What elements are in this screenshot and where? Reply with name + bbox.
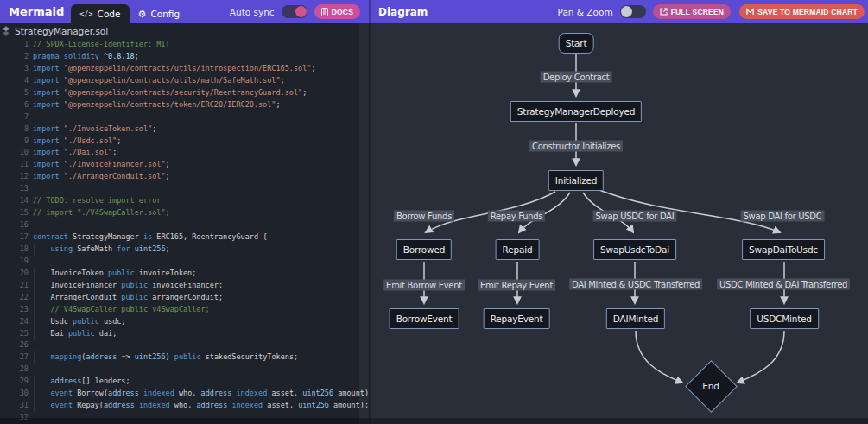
line-content: import "@openzeppelin/contracts/utils/ma… — [33, 75, 285, 87]
code-line[interactable]: 7 — [0, 111, 369, 123]
toggle-knob — [295, 6, 307, 17]
code-line[interactable]: 28 — [0, 364, 369, 376]
tab-config-label: Config — [150, 9, 180, 19]
code-line[interactable]: 1// SPDX-License-Identifier: MIT — [0, 39, 369, 51]
code-line[interactable]: 18 using SafeMath for uint256; — [0, 244, 369, 256]
line-content: import "./InvoiceFinancer.sol"; — [33, 159, 170, 171]
tab-code[interactable]: </> Code — [71, 4, 129, 23]
code-editor-panel[interactable]: StrategyManager.sol 1// SPDX-License-Ide… — [0, 23, 369, 424]
mermaid-chart-icon — [746, 8, 754, 16]
line-content: InvoiceToken public invoiceToken; — [33, 268, 196, 280]
code-line[interactable]: 19 — [0, 256, 369, 268]
line-content: ArrangerConduit public arrangerConduit; — [33, 292, 223, 304]
node-borrow-event: BorrowEvent — [390, 308, 459, 329]
line-number: 15 — [0, 207, 29, 219]
line-content: InvoiceFinancer public invoiceFinancer; — [33, 280, 223, 292]
code-lines: 1// SPDX-License-Identifier: MIT2pragma … — [0, 39, 369, 424]
line-number: 29 — [0, 376, 29, 388]
node-repaid: Repaid — [496, 239, 540, 260]
code-line[interactable]: 23 // V4SwapCaller public v4SwapCaller; — [0, 304, 369, 316]
node-usdc-minted: USDCMinted — [750, 308, 819, 329]
line-number: 7 — [0, 111, 29, 123]
auto-sync-label: Auto sync — [230, 7, 275, 17]
node-swap-usdc-to-dai: SwapUsdcToDai — [593, 239, 676, 260]
code-line[interactable]: 8import "./InvoiceToken.sol"; — [0, 123, 369, 136]
docs-button[interactable]: DOCS — [314, 4, 360, 19]
edge-label-borrow-funds: Borrow Funds — [394, 211, 454, 222]
line-number: 17 — [0, 231, 29, 244]
edge-label-emit-repay-event: Emit Repay Event — [478, 280, 555, 291]
gears-icon: ⚙ — [138, 9, 147, 20]
code-line[interactable]: 15// import "./V4SwapCaller.sol"; — [0, 207, 369, 219]
node-repay-event: RepayEvent — [484, 308, 550, 329]
header: Mermaid </> Code ⚙ Config Auto sync DOCS… — [0, 0, 868, 23]
line-number: 9 — [0, 136, 29, 148]
code-line[interactable]: 2pragma solidity ^0.8.18; — [0, 51, 369, 63]
code-line[interactable]: 4import "@openzeppelin/contracts/utils/m… — [0, 75, 369, 87]
diagram-panel: StartStrategyManagerDeployedInitializedB… — [369, 23, 868, 424]
code-line[interactable]: 10import "./Dai.sol"; — [0, 147, 369, 159]
line-number: 31 — [0, 400, 29, 412]
code-line[interactable]: 22 ArrangerConduit public arrangerCondui… — [0, 292, 369, 304]
line-number: 23 — [0, 304, 29, 316]
code-line[interactable]: 6import "@openzeppelin/contracts/token/E… — [0, 99, 369, 111]
line-content: import "./Dai.sol"; — [33, 147, 117, 159]
code-line[interactable]: 17contract StrategyManager is ERC165, Re… — [0, 231, 369, 244]
code-line[interactable]: 26 — [0, 339, 369, 351]
line-number: 6 — [0, 99, 29, 111]
line-number: 8 — [0, 123, 29, 136]
fullscreen-button[interactable]: FULL SCREEN — [653, 4, 732, 19]
line-content: pragma solidity ^0.8.18; — [33, 51, 139, 63]
diagram-title: Diagram — [371, 6, 428, 18]
node-start: Start — [559, 33, 594, 54]
auto-sync-toggle[interactable] — [282, 5, 307, 18]
code-line[interactable]: 5import "@openzeppelin/contracts/securit… — [0, 87, 369, 99]
code-line[interactable]: 14// TODO: resolve import error — [0, 195, 369, 207]
flowchart-edges — [371, 23, 868, 424]
fullscreen-button-label: FULL SCREEN — [671, 8, 725, 16]
line-content: Dai public dai; — [33, 328, 117, 340]
line-number: 27 — [0, 351, 29, 364]
edge-label-swap-dai-for-usdc: Swap DAI for USDC — [741, 211, 825, 222]
line-number: 12 — [0, 171, 29, 183]
code-line[interactable]: 29 address[] lenders; — [0, 376, 369, 388]
tab-config[interactable]: ⚙ Config — [130, 4, 189, 23]
edge-label-emit-borrow-event: Emit Borrow Event — [383, 280, 465, 291]
line-number: 30 — [0, 388, 29, 400]
code-line[interactable]: 12import "./ArrangerConduit.sol"; — [0, 171, 369, 183]
line-number: 1 — [0, 39, 29, 51]
code-line[interactable]: 20 InvoiceToken public invoiceToken; — [0, 268, 369, 280]
code-line[interactable]: 21 InvoiceFinancer public invoiceFinance… — [0, 280, 369, 292]
code-line[interactable]: 24 Usdc public usdc; — [0, 316, 369, 328]
line-number: 14 — [0, 195, 29, 207]
code-line[interactable]: 27 mapping(address => uint256) public st… — [0, 351, 369, 364]
save-to-mermaid-chart-button[interactable]: SAVE TO MERMAID CHART — [739, 4, 865, 19]
line-content: address[] lenders; — [33, 376, 130, 388]
line-content: import "./InvoiceToken.sol"; — [33, 123, 156, 136]
code-line[interactable]: 3import "@openzeppelin/contracts/utils/i… — [0, 63, 369, 75]
line-content: // import "./V4SwapCaller.sol"; — [33, 207, 170, 219]
code-line[interactable]: 30 event Borrow(address indexed who, add… — [0, 388, 369, 400]
line-number: 4 — [0, 75, 29, 87]
line-content: event Borrow(address indexed who, addres… — [33, 388, 369, 400]
code-line[interactable]: 11import "./InvoiceFinancer.sol"; — [0, 159, 369, 171]
code-line[interactable]: 25 Dai public dai; — [0, 328, 369, 340]
line-number: 16 — [0, 219, 29, 231]
line-number: 22 — [0, 292, 29, 304]
code-line[interactable]: 31 event Repay(address indexed who, addr… — [0, 400, 369, 412]
line-content: import "@openzeppelin/contracts/utils/in… — [33, 63, 316, 75]
line-number: 13 — [0, 183, 29, 195]
line-number: 11 — [0, 159, 29, 171]
line-content: // SPDX-License-Identifier: MIT — [33, 39, 170, 51]
diagram-panel-header: Diagram Pan & Zoom FULL SCREEN SAVE TO M… — [369, 0, 868, 23]
node-swap-dai-to-usdc: SwapDaiToUsdc — [742, 239, 825, 260]
edge-label-swap-usdc-for-dai: Swap USDC for DAI — [593, 211, 677, 222]
line-content: mapping(address => uint256) public stake… — [33, 351, 298, 364]
pan-zoom-toggle[interactable] — [620, 5, 646, 18]
code-line[interactable]: 13 — [0, 183, 369, 195]
node-dai-minted: DAIMinted — [606, 308, 665, 329]
code-line[interactable]: 16 — [0, 219, 369, 231]
code-line[interactable]: 9import "./Usdc.sol"; — [0, 136, 369, 148]
mermaid-logo: Mermaid — [0, 5, 71, 18]
horizontal-scrollbar-track[interactable] — [0, 418, 868, 424]
